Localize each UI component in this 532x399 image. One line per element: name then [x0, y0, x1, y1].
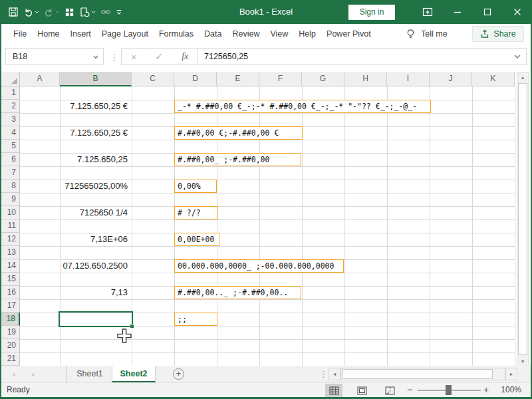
maximize-button[interactable]	[472, 0, 502, 24]
paste-refresh-button[interactable]	[79, 7, 96, 17]
fill-handle[interactable]	[130, 324, 134, 329]
sheet-tab-sheet1[interactable]: Sheet1	[68, 366, 112, 382]
row-header-20[interactable]: 20	[1, 339, 20, 352]
format-box-row-16[interactable]: #.##0,00.._ ;-#.##0,00..	[174, 286, 301, 299]
ribbon-tab-view[interactable]: View	[270, 29, 288, 39]
tell-me-box[interactable]: Tell me	[406, 24, 448, 44]
format-box-row-8[interactable]: 0,00%	[174, 180, 217, 193]
column-header-D[interactable]: D	[174, 72, 217, 86]
horizontal-scrollbar-thumb[interactable]	[342, 369, 493, 379]
column-header-K[interactable]: K	[472, 72, 515, 86]
cell-B8[interactable]: 712565025,00%	[60, 180, 128, 193]
column-header-E[interactable]: E	[217, 72, 259, 86]
minimize-button[interactable]	[442, 0, 472, 24]
ribbon-tab-file[interactable]: File	[13, 29, 27, 39]
cell-B2[interactable]: 7.125.650,25 €	[60, 100, 128, 113]
cancel-icon[interactable]: ×	[131, 51, 137, 63]
sign-in-button[interactable]: Sign in	[348, 5, 395, 20]
row-header-16[interactable]: 16	[1, 286, 20, 299]
customize-qat-button[interactable]	[116, 9, 122, 15]
zoom-slider-thumb[interactable]	[446, 385, 452, 395]
formula-bar-expand-icon[interactable]	[514, 55, 521, 59]
ribbon-tab-insert[interactable]: Insert	[70, 29, 91, 39]
cell-B10[interactable]: 7125650 1/4	[60, 206, 128, 219]
row-header-6[interactable]: 6	[1, 153, 20, 166]
ribbon-tab-review[interactable]: Review	[232, 29, 259, 39]
ribbon-tab-formulas[interactable]: Formulas	[159, 29, 194, 39]
row-header-13[interactable]: 13	[1, 246, 20, 259]
save-button[interactable]	[8, 7, 19, 17]
ribbon-display-options-button[interactable]	[412, 0, 442, 24]
column-header-A[interactable]: A	[20, 72, 60, 86]
new-sheet-button[interactable]: +	[173, 368, 184, 380]
row-header-9[interactable]: 9	[1, 193, 20, 206]
row-header-11[interactable]: 11	[1, 219, 20, 233]
format-box-row-6[interactable]: #.##0,00_ ;-#.##0,00	[174, 153, 301, 166]
format-box-row-18[interactable]: ;;	[174, 313, 217, 326]
row-header-7[interactable]: 7	[1, 166, 20, 180]
close-button[interactable]	[502, 0, 532, 24]
cell-B16[interactable]: 7,13	[60, 286, 128, 299]
normal-view-button[interactable]	[325, 384, 342, 397]
ribbon-tab-page-layout[interactable]: Page Layout	[102, 29, 148, 39]
ribbon-tab-data[interactable]: Data	[204, 29, 221, 39]
enter-icon[interactable]: ✓	[155, 51, 164, 63]
undo-button[interactable]	[23, 7, 39, 17]
cell-B14[interactable]: 07.125.650,2500	[60, 259, 128, 273]
row-header-12[interactable]: 12	[1, 233, 20, 246]
worksheet-grid[interactable]: ABCDEFGHIJK 1234567891011121314151617181…	[1, 72, 517, 366]
column-header-H[interactable]: H	[344, 72, 387, 86]
page-layout-view-button[interactable]	[353, 384, 370, 397]
share-button[interactable]: Share	[472, 26, 524, 42]
sheet-tab-sheet2[interactable]: Sheet2	[112, 366, 156, 382]
vertical-scrollbar-thumb[interactable]	[518, 83, 527, 355]
row-header-21[interactable]: 21	[1, 352, 20, 366]
row-header-18[interactable]: 18	[1, 313, 20, 326]
ribbon-tab-home[interactable]: Home	[37, 29, 59, 39]
column-header-I[interactable]: I	[387, 72, 430, 86]
format-box-row-4[interactable]: #.##0,00 €;-#.##0,00 €	[174, 126, 303, 140]
select-all-corner[interactable]	[1, 72, 20, 86]
name-box[interactable]: B18	[5, 48, 104, 65]
column-header-B[interactable]: B	[60, 72, 132, 86]
cell-B4[interactable]: 7.125.650,25 €	[60, 126, 128, 140]
row-header-3[interactable]: 3	[1, 113, 20, 126]
cell-B12[interactable]: 7,13E+06	[60, 233, 128, 246]
page-break-view-button[interactable]	[381, 384, 398, 397]
row-header-2[interactable]: 2	[1, 100, 20, 113]
column-header-G[interactable]: G	[302, 72, 344, 86]
zoom-in-button[interactable]: +	[483, 383, 489, 396]
scroll-down-icon[interactable]: ▾	[517, 356, 528, 366]
column-header-F[interactable]: F	[259, 72, 302, 86]
row-header-4[interactable]: 4	[1, 126, 20, 140]
row-header-5[interactable]: 5	[1, 140, 20, 153]
scroll-up-icon[interactable]: ▴	[517, 72, 528, 82]
column-header-C[interactable]: C	[132, 72, 174, 86]
vertical-scrollbar[interactable]: ▴ ▾	[517, 72, 529, 367]
ribbon-tab-power-pivot[interactable]: Power Pivot	[327, 29, 371, 39]
horizontal-scrollbar[interactable]	[340, 368, 505, 380]
scroll-right-icon[interactable]: ▸	[505, 368, 517, 380]
format-box-row-10[interactable]: # ?/?	[174, 206, 218, 219]
row-header-15[interactable]: 15	[1, 273, 20, 286]
scrollbar-splitter[interactable]: ⋮	[319, 366, 328, 382]
ribbon-tab-help[interactable]: Help	[299, 29, 316, 39]
row-header-19[interactable]: 19	[1, 326, 20, 339]
format-box-row-12[interactable]: 0,00E+00	[174, 233, 219, 246]
zoom-out-button[interactable]: −	[407, 383, 413, 396]
cell-B6[interactable]: 7.125.650,25	[60, 153, 128, 166]
row-header-17[interactable]: 17	[1, 299, 20, 313]
touch-mode-button[interactable]	[65, 7, 74, 17]
format-box-row-14[interactable]: 00.000.000,0000_ ;-00.000.000,0000	[174, 259, 344, 273]
row-header-10[interactable]: 10	[1, 206, 20, 219]
name-box-dropdown-icon[interactable]	[93, 55, 98, 59]
insert-function-icon[interactable]: fx	[182, 51, 188, 62]
formula-bar-splitter[interactable]: ⋮	[110, 49, 119, 66]
formula-input[interactable]: 7125650,25	[198, 48, 527, 65]
zoom-level[interactable]: 100%	[501, 383, 521, 397]
redo-button[interactable]	[44, 7, 60, 17]
row-header-14[interactable]: 14	[1, 259, 20, 273]
sheet-nav-left-icon[interactable]: ◂	[12, 366, 15, 382]
sheet-nav-right-icon[interactable]: ▸	[32, 366, 35, 382]
column-header-J[interactable]: J	[430, 72, 472, 86]
